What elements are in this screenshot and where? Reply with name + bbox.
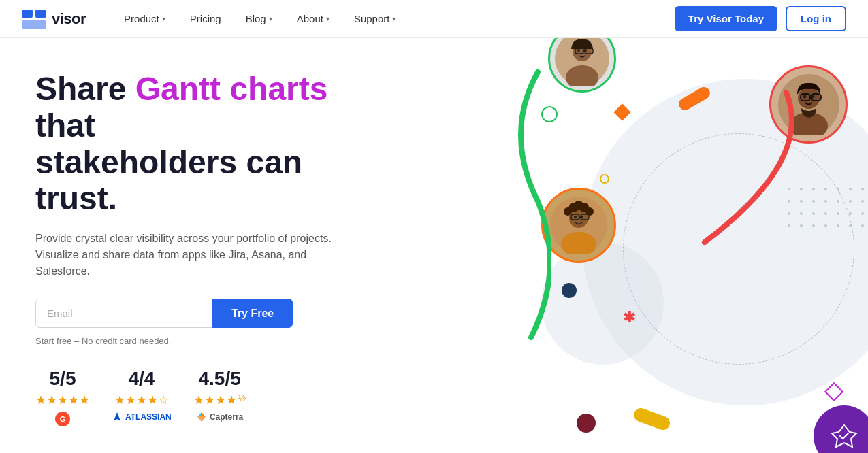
nav-item-support[interactable]: Support ▾: [343, 7, 407, 30]
g2-brand: G: [55, 412, 70, 426]
rating-capterra: 4.5/5 ★★★★½ Capterra: [193, 368, 246, 422]
yellow-pill: [632, 406, 672, 432]
chevron-down-icon: ▾: [162, 15, 165, 22]
try-visor-today-button[interactable]: Try Visor Today: [675, 6, 777, 31]
capterra-score: 4.5/5: [198, 368, 240, 390]
svg-rect-0: [22, 10, 33, 18]
capterra-brand: Capterra: [196, 412, 243, 422]
cta-row: Try Free: [35, 299, 354, 328]
orange-diamond: [613, 103, 630, 120]
hero-headline: Share Gantt charts thatstakeholders can …: [35, 71, 354, 217]
svg-point-15: [803, 95, 806, 98]
chevron-down-icon: ▾: [326, 15, 329, 22]
capterra-stars: ★★★★½: [193, 392, 246, 407]
g2-stars: ★★★★★: [35, 392, 90, 407]
chevron-down-icon: ▾: [269, 15, 272, 22]
nav-item-blog[interactable]: Blog ▾: [235, 7, 283, 30]
avatar-top: [548, 38, 616, 93]
logo-text: visor: [52, 10, 86, 28]
login-button[interactable]: Log in: [786, 6, 846, 31]
svg-marker-3: [114, 412, 120, 421]
hero-subheadline: Provide crystal clear visibility across …: [35, 231, 354, 280]
avatar-center: [541, 188, 616, 263]
badge-icon: [831, 422, 858, 450]
atlassian-icon: [112, 412, 123, 422]
diamond-outline: [824, 382, 843, 401]
no-cc-text: Start free – No credit card needed.: [35, 336, 354, 346]
nav-item-about[interactable]: About ▾: [286, 7, 340, 30]
svg-rect-1: [35, 10, 46, 18]
dark-circle: [562, 283, 577, 298]
nav-actions: Try Visor Today Log in: [675, 6, 846, 31]
red-arc: [677, 79, 800, 256]
circle-outline-yellow: [600, 174, 609, 184]
try-free-button[interactable]: Try Free: [212, 299, 293, 328]
capterra-icon: [196, 412, 207, 422]
avatar-center-image: [550, 197, 608, 254]
svg-point-23: [574, 216, 577, 218]
atlassian-brand: ATLASSIAN: [112, 412, 172, 422]
purple-badge-circle: [814, 405, 868, 453]
svg-point-32: [585, 207, 594, 216]
ratings-row: 5/5 ★★★★★ G 4/4 ★★★★☆ ATLASSIAN 4.5: [35, 368, 354, 426]
maroon-circle: [577, 414, 596, 433]
atlassian-score: 4/4: [128, 368, 155, 390]
g2-score: 5/5: [50, 368, 76, 390]
green-curve: [497, 65, 551, 351]
svg-rect-2: [22, 20, 46, 29]
asterisk-red: ✱: [623, 310, 635, 325]
hero-decoration: ✱: [351, 38, 868, 453]
logo-icon: [22, 10, 46, 29]
nav-item-pricing[interactable]: Pricing: [179, 7, 232, 30]
avatar-top-image: [555, 38, 609, 86]
g2-icon: G: [55, 412, 70, 426]
atlassian-stars: ★★★★☆: [114, 392, 169, 407]
nav-links: Product ▾ Pricing Blog ▾ About ▾ Support…: [113, 7, 675, 30]
svg-point-7: [577, 49, 580, 52]
logo[interactable]: visor: [22, 10, 86, 29]
email-input[interactable]: [35, 299, 212, 328]
chevron-down-icon: ▾: [392, 15, 396, 22]
hero-left: Share Gantt charts thatstakeholders can …: [0, 38, 381, 453]
headline-part1: Share: [35, 71, 135, 107]
rating-g2: 5/5 ★★★★★ G: [35, 368, 90, 426]
main-content: Share Gantt charts thatstakeholders can …: [0, 38, 868, 453]
rating-atlassian: 4/4 ★★★★☆ ATLASSIAN: [112, 368, 172, 422]
headline-gantt: Gantt charts: [135, 71, 328, 107]
dots-grid: [788, 188, 868, 231]
headline-part2: thatstakeholders can trust.: [35, 107, 302, 217]
navbar: visor Product ▾ Pricing Blog ▾ About ▾ S…: [0, 0, 868, 38]
nav-item-product[interactable]: Product ▾: [113, 7, 176, 30]
